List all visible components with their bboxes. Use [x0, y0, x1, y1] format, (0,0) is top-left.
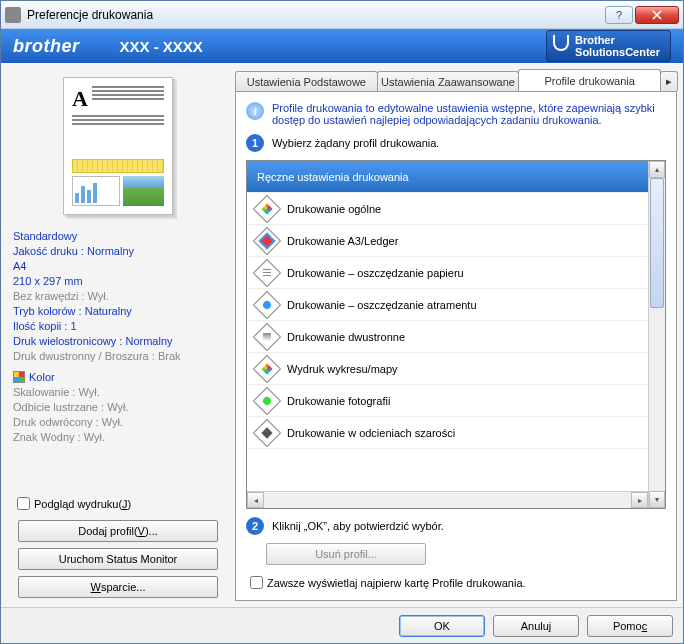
help-button-bottom[interactable]: Pomoc	[587, 615, 673, 637]
solutions-center-icon	[553, 35, 569, 51]
profile-item-label: Drukowanie dwustronne	[287, 331, 405, 343]
setting-duplex: Druk dwustronny / Broszura : Brak	[13, 349, 223, 364]
page-preview: A	[53, 71, 183, 221]
sc-line1: Brother	[575, 34, 660, 46]
info-row: i Profile drukowania to edytowalne ustaw…	[246, 102, 666, 126]
model-label: XXX - XXXX	[120, 38, 203, 55]
profile-a3-icon	[253, 226, 281, 254]
titlebar: Preferencje drukowania ?	[1, 1, 683, 29]
scroll-right-icon[interactable]: ▸	[631, 492, 648, 508]
profile-item-label: Drukowanie – oszczędzanie atramentu	[287, 299, 477, 311]
solutions-center-button[interactable]: Brother SolutionsCenter	[546, 30, 671, 62]
setting-profile: Standardowy	[13, 229, 223, 244]
always-show-label: Zawsze wyświetlaj najpierw kartę Profile…	[267, 577, 526, 589]
tab-bar: Ustawienia Podstawowe Ustawienia Zaawans…	[235, 69, 677, 91]
step-1-number: 1	[246, 134, 264, 152]
setting-colormode: Tryb kolorów : Naturalny	[13, 304, 223, 319]
tab-advanced[interactable]: Ustawienia Zaawansowane	[377, 71, 520, 91]
content-area: A Standardowy Jakość druku : Normalny A4…	[1, 63, 683, 607]
setting-copies: Ilość kopii : 1	[13, 319, 223, 334]
profile-item-manual[interactable]: Ręczne ustawienia drukowania	[247, 161, 648, 193]
scroll-down-icon[interactable]: ▾	[649, 491, 665, 508]
profile-papersave-icon	[253, 258, 281, 286]
profile-grayscale-icon	[253, 418, 281, 446]
profile-item-label: Drukowanie w odcieniach szarości	[287, 427, 455, 439]
left-column: A Standardowy Jakość druku : Normalny A4…	[7, 69, 229, 601]
profile-item-label: Drukowanie fotografii	[287, 395, 390, 407]
preview-page-icon: A	[63, 77, 173, 215]
setting-scaling: Skalowanie : Wył.	[13, 385, 223, 400]
help-button[interactable]: ?	[605, 6, 633, 24]
profile-item-photo[interactable]: Drukowanie fotografii	[247, 385, 648, 417]
profile-item-grayscale[interactable]: Drukowanie w odcieniach szarości	[247, 417, 648, 449]
setting-color: Kolor	[13, 370, 223, 385]
setting-watermark: Znak Wodny : Wył.	[13, 430, 223, 445]
scroll-left-icon[interactable]: ◂	[247, 492, 264, 508]
cancel-button[interactable]: Anuluj	[493, 615, 579, 637]
step-1: 1 Wybierz żądany profil drukowania.	[246, 134, 666, 152]
info-text: Profile drukowania to edytowalne ustawie…	[272, 102, 666, 126]
step-1-text: Wybierz żądany profil drukowania.	[272, 137, 439, 149]
setting-reverse: Druk odwrócony : Wył.	[13, 415, 223, 430]
profile-general-icon	[253, 194, 281, 222]
add-profile-button[interactable]: Dodaj profil(V)...	[18, 520, 218, 542]
info-icon: i	[246, 102, 264, 120]
setting-mirror: Odbicie lustrzane : Wył.	[13, 400, 223, 415]
always-show-checkbox-input[interactable]	[250, 576, 263, 589]
profile-inksave-icon	[253, 290, 281, 318]
profile-list[interactable]: Ręczne ustawienia drukowania Drukowanie …	[247, 161, 648, 491]
setting-multipage: Druk wielostronicowy : Normalny	[13, 334, 223, 349]
app-icon	[5, 7, 21, 23]
preview-checkbox[interactable]: Podgląd wydruku(J)	[13, 494, 223, 513]
v-scrollbar[interactable]: ▴ ▾	[648, 161, 665, 508]
setting-papersize: A4	[13, 259, 223, 274]
color-icon	[13, 371, 25, 383]
profile-chart-icon	[253, 354, 281, 382]
close-icon	[652, 10, 662, 20]
profile-list-container: Ręczne ustawienia drukowania Drukowanie …	[246, 160, 666, 509]
setting-dimensions: 210 x 297 mm	[13, 274, 223, 289]
h-scrollbar[interactable]: ◂ ▸	[247, 491, 648, 508]
step-2-number: 2	[246, 517, 264, 535]
tab-scroll-right[interactable]: ▸	[660, 71, 678, 91]
profile-item-chart[interactable]: Wydruk wykresu/mapy	[247, 353, 648, 385]
profile-item-duplex[interactable]: Drukowanie dwustronne	[247, 321, 648, 353]
profile-item-papersave[interactable]: Drukowanie – oszczędzanie papieru	[247, 257, 648, 289]
step-2: 2 Kliknij „OK”, aby potwierdzić wybór.	[246, 517, 666, 535]
tab-basic[interactable]: Ustawienia Podstawowe	[235, 71, 378, 91]
profile-photo-icon	[253, 386, 281, 414]
always-show-checkbox[interactable]: Zawsze wyświetlaj najpierw kartę Profile…	[246, 573, 666, 592]
profile-item-a3[interactable]: Drukowanie A3/Ledger	[247, 225, 648, 257]
ok-button[interactable]: OK	[399, 615, 485, 637]
profile-item-label: Drukowanie ogólne	[287, 203, 381, 215]
tab-profiles[interactable]: Profile drukowania	[518, 69, 661, 91]
settings-summary: Standardowy Jakość druku : Normalny A4 2…	[7, 229, 229, 490]
scroll-up-icon[interactable]: ▴	[649, 161, 665, 178]
profiles-panel: i Profile drukowania to edytowalne ustaw…	[235, 91, 677, 601]
preview-checkbox-input[interactable]	[17, 497, 30, 510]
right-column: Ustawienia Podstawowe Ustawienia Zaawans…	[235, 69, 677, 601]
brand-logo: brother	[13, 36, 80, 57]
support-button[interactable]: Wsparcie...	[18, 576, 218, 598]
delete-profile-button[interactable]: Usuń profil...	[266, 543, 426, 565]
setting-quality: Jakość druku : Normalny	[13, 244, 223, 259]
sc-line2: SolutionsCenter	[575, 46, 660, 58]
profile-duplex-icon	[253, 322, 281, 350]
profile-item-label: Drukowanie – oszczędzanie papieru	[287, 267, 464, 279]
close-button[interactable]	[635, 6, 679, 24]
step-2-text: Kliknij „OK”, aby potwierdzić wybór.	[272, 520, 444, 532]
profile-item-general[interactable]: Drukowanie ogólne	[247, 193, 648, 225]
profile-item-label: Ręczne ustawienia drukowania	[257, 171, 409, 183]
brand-bar: brother XXX - XXXX Brother SolutionsCent…	[1, 29, 683, 63]
profile-item-inksave[interactable]: Drukowanie – oszczędzanie atramentu	[247, 289, 648, 321]
profile-item-label: Wydruk wykresu/mapy	[287, 363, 398, 375]
setting-borderless: Bez krawędzi : Wył.	[13, 289, 223, 304]
status-monitor-button[interactable]: Uruchom Status Monitor	[18, 548, 218, 570]
scroll-thumb[interactable]	[650, 178, 664, 308]
window-title: Preferencje drukowania	[27, 8, 603, 22]
bottom-bar: OK Anuluj Pomoc	[1, 607, 683, 643]
preview-checkbox-label: Podgląd wydruku(J)	[34, 498, 131, 510]
print-preferences-window: Preferencje drukowania ? brother XXX - X…	[0, 0, 684, 644]
profile-item-label: Drukowanie A3/Ledger	[287, 235, 398, 247]
